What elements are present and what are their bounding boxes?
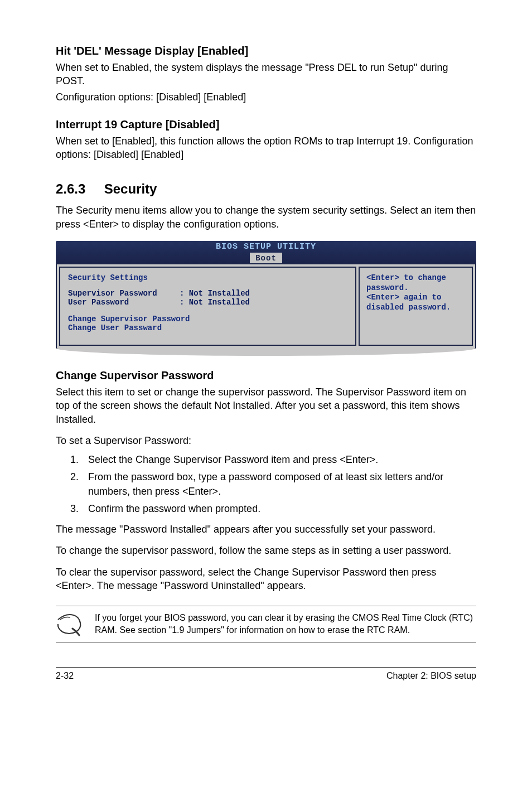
heading-security: 2.6.3 Security <box>56 181 476 197</box>
page-footer: 2-32 Chapter 2: BIOS setup <box>56 667 476 681</box>
text-hit-del-options: Configuration options: [Disabled] [Enabl… <box>56 90 476 104</box>
footer-page-number: 2-32 <box>56 671 74 681</box>
bios-label: Supervisor Password <box>68 289 180 298</box>
bios-bottom-curve <box>56 348 476 356</box>
note-icon <box>56 612 83 636</box>
text-csp-p1: Select this item to set or change the su… <box>56 385 476 426</box>
steps-list: Select the Change Supervisor Password it… <box>81 453 476 516</box>
bios-active-tab: Boot <box>250 253 282 263</box>
bios-value: : Not Installed <box>180 289 347 298</box>
bios-title-text: BIOS SETUP UTILITY <box>56 242 476 252</box>
text-csp-p3: The message "Password Installed" appears… <box>56 523 476 536</box>
bios-body: Security Settings Supervisor Password : … <box>56 264 476 349</box>
step-item: Select the Change Supervisor Password it… <box>81 453 476 467</box>
bios-row-user: User Password : Not Installed <box>68 298 347 307</box>
text-hit-del-desc: When set to Enabled, the system displays… <box>56 61 476 88</box>
text-interrupt-19-desc: When set to [Enabled], this function all… <box>56 134 476 162</box>
bios-help-panel: <Enter> to change password. <Enter> agai… <box>359 267 473 346</box>
heading-change-supervisor-password: Change Supervisor Password <box>56 369 476 382</box>
text-security-intro: The Security menu items allow you to cha… <box>56 204 476 231</box>
heading-security-title: Security <box>104 181 157 196</box>
heading-hit-del: Hit 'DEL' Message Display [Enabled] <box>56 45 476 57</box>
bios-titlebar: BIOS SETUP UTILITY Boot <box>56 241 476 264</box>
bios-action-change-user: Change User Passward <box>68 323 347 332</box>
bios-action-change-supervisor: Change Supervisor Password <box>68 315 347 323</box>
bios-row-supervisor: Supervisor Password : Not Installed <box>68 289 347 298</box>
bios-panel-heading: Security Settings <box>68 273 347 282</box>
step-item: From the password box, type a password c… <box>81 470 476 498</box>
note-text: If you forget your BIOS password, you ca… <box>95 612 476 636</box>
heading-interrupt-19: Interrupt 19 Capture [Disabled] <box>56 118 476 131</box>
text-csp-p5: To clear the supervisor password, select… <box>56 566 476 593</box>
note-box: If you forget your BIOS password, you ca… <box>56 606 476 642</box>
step-item: Confirm the password when prompted. <box>81 502 476 516</box>
bios-screenshot: BIOS SETUP UTILITY Boot Security Setting… <box>56 241 476 356</box>
bios-label: User Password <box>68 298 180 307</box>
footer-chapter: Chapter 2: BIOS setup <box>386 671 476 681</box>
bios-help-text: <Enter> to change password. <Enter> agai… <box>366 273 465 312</box>
bios-left-panel: Security Settings Supervisor Password : … <box>59 267 356 346</box>
text-csp-p4: To change the supervisor password, follo… <box>56 544 476 557</box>
bios-value: : Not Installed <box>180 298 347 307</box>
heading-security-num: 2.6.3 <box>56 181 100 197</box>
text-csp-p2: To set a Supervisor Password: <box>56 434 476 447</box>
